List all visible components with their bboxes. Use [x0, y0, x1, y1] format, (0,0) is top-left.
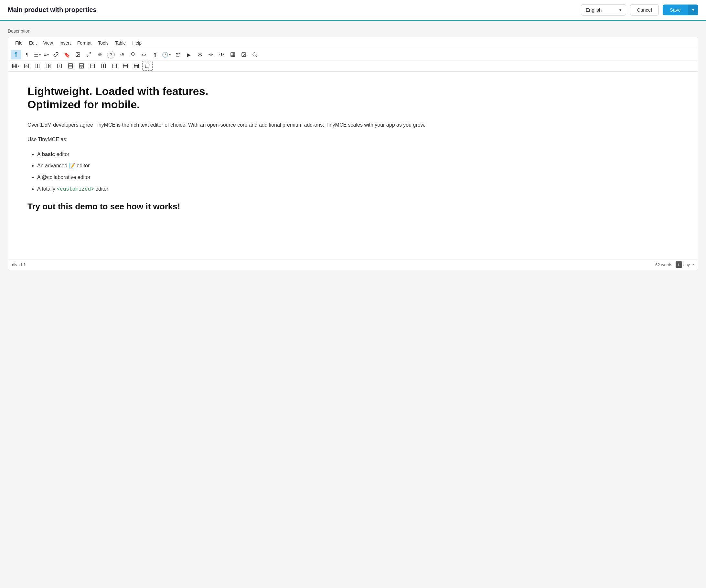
tiny-logo[interactable]: t tiny ↗	[676, 261, 694, 268]
description-label: Description	[8, 29, 698, 34]
status-bar: div › h1 62 words t tiny ↗	[8, 259, 698, 270]
table-cell-props-button[interactable]	[120, 61, 130, 71]
emoji-button[interactable]: ☺	[95, 50, 105, 59]
code-block-button[interactable]: {}	[150, 50, 160, 59]
numbered-list-chevron-icon: ▾	[47, 53, 49, 56]
numbered-list-button[interactable]: ≡ ▾	[43, 50, 50, 59]
del-col-button[interactable]	[54, 61, 65, 71]
table-props-button[interactable]	[131, 61, 142, 71]
content-paragraph-1: Over 1.5M developers agree TinyMCE is th…	[28, 121, 678, 129]
menu-tools[interactable]: Tools	[95, 39, 112, 47]
paragraph-style-button[interactable]: ¶	[11, 50, 21, 59]
col-after-button[interactable]	[43, 61, 54, 71]
svg-rect-6	[210, 54, 212, 55]
svg-line-2	[89, 53, 91, 54]
table-insert-button[interactable]: ▾	[11, 61, 21, 71]
anchor-button[interactable]: 🔖	[62, 50, 72, 59]
list-item: A totally <customized> editor	[37, 185, 678, 194]
show-blocks-button[interactable]: ¶̈	[22, 50, 32, 59]
language-chevron-icon: ▾	[619, 8, 621, 12]
svg-rect-55	[146, 64, 149, 68]
content-list-intro: Use TinyMCE as:	[28, 135, 678, 144]
hr-button[interactable]	[206, 50, 216, 59]
menu-insert[interactable]: Insert	[56, 39, 74, 47]
bullet-list-button[interactable]: ☰ ▾	[33, 50, 42, 59]
export-button[interactable]	[172, 50, 183, 59]
menu-format[interactable]: Format	[74, 39, 95, 47]
bullet-list-chevron-icon: ▾	[39, 53, 41, 56]
tiny-text: tiny	[683, 262, 690, 267]
list-item: An advanced 📝 editor	[37, 162, 678, 170]
svg-point-1	[77, 54, 78, 54]
row-below-button[interactable]	[76, 61, 87, 71]
list-item: A @collaborative editor	[37, 173, 678, 181]
code-button[interactable]: <>	[139, 50, 149, 59]
tiny-external-link-icon: ↗	[691, 263, 694, 267]
clock-icon: 🕐	[162, 52, 168, 58]
clock-chevron-icon: ▾	[169, 53, 171, 56]
row-above-button[interactable]	[65, 61, 76, 71]
svg-rect-32	[69, 64, 73, 66]
table-chevron-icon: ▾	[18, 64, 19, 68]
link-button[interactable]	[51, 50, 61, 59]
list-item: A basic editor	[37, 150, 678, 159]
header-actions: English ▾ Cancel Save ▾	[581, 4, 698, 15]
image-button[interactable]	[73, 50, 83, 59]
svg-rect-24	[35, 64, 37, 68]
merge-cells-button[interactable]	[109, 61, 120, 71]
svg-rect-30	[57, 64, 62, 68]
media-button[interactable]: ▶	[184, 50, 194, 59]
fullscreen-button[interactable]	[84, 50, 94, 59]
svg-rect-41	[104, 64, 106, 68]
svg-rect-40	[102, 64, 104, 68]
bold-text: basic	[42, 152, 55, 157]
status-right: 62 words t tiny ↗	[655, 261, 694, 268]
special-chars-button[interactable]: ✻	[195, 50, 205, 59]
del-row-button[interactable]	[87, 61, 97, 71]
select-all-cells-button[interactable]	[142, 61, 153, 71]
page-title: Main product with properties	[8, 6, 96, 13]
svg-rect-16	[13, 64, 17, 68]
content-heading: Lightweight. Loaded with features.Optimi…	[28, 85, 678, 111]
preview-button[interactable]: 👁	[217, 50, 227, 59]
cancel-button[interactable]: Cancel	[630, 4, 659, 15]
svg-rect-50	[134, 64, 139, 68]
tiny-icon: t	[676, 261, 682, 268]
menu-table[interactable]: Table	[112, 39, 129, 47]
breadcrumb-path: div › h1	[12, 262, 26, 267]
toolbar-row-1: ¶ ¶̈ ☰ ▾ ≡ ▾ 🔖 ☺ ? ↺ Ω <>	[8, 49, 698, 60]
language-selector[interactable]: English ▾	[581, 4, 626, 15]
menu-help[interactable]: Help	[129, 39, 145, 47]
undo-button[interactable]: ↺	[117, 50, 127, 59]
menu-edit[interactable]: Edit	[26, 39, 40, 47]
table-delete-button[interactable]	[21, 61, 32, 71]
word-count: 62 words	[655, 262, 672, 267]
menu-view[interactable]: View	[40, 39, 56, 47]
svg-line-3	[87, 55, 88, 56]
save-button[interactable]: Save	[663, 4, 688, 15]
search-replace-button[interactable]	[249, 50, 260, 59]
image2-button[interactable]	[239, 50, 249, 59]
svg-rect-46	[123, 64, 128, 68]
svg-point-14	[253, 53, 256, 56]
svg-rect-25	[38, 64, 40, 68]
menu-bar: File Edit View Insert Format Tools Table…	[8, 37, 698, 49]
svg-rect-34	[80, 64, 84, 66]
menu-file[interactable]: File	[12, 39, 26, 47]
omega-button[interactable]: Ω	[128, 50, 138, 59]
help-button[interactable]: ?	[107, 51, 115, 58]
header: Main product with properties English ▾ C…	[0, 0, 706, 21]
svg-rect-7	[231, 53, 235, 56]
split-cells-button[interactable]	[98, 61, 109, 71]
language-label: English	[586, 7, 601, 13]
date-time-button[interactable]: 🕐 ▾	[161, 50, 172, 59]
table-button[interactable]	[228, 50, 238, 59]
svg-line-15	[256, 55, 257, 56]
content-list: A basic editor An advanced 📝 editor A @c…	[37, 150, 678, 194]
editor-content-area[interactable]: Lightweight. Loaded with features.Optimi…	[8, 72, 698, 259]
svg-point-13	[243, 54, 243, 54]
toolbar-row-2: ▾	[8, 60, 698, 72]
code-text: <customized>	[56, 186, 94, 192]
col-before-button[interactable]	[32, 61, 43, 71]
save-chevron-button[interactable]: ▾	[688, 4, 698, 15]
